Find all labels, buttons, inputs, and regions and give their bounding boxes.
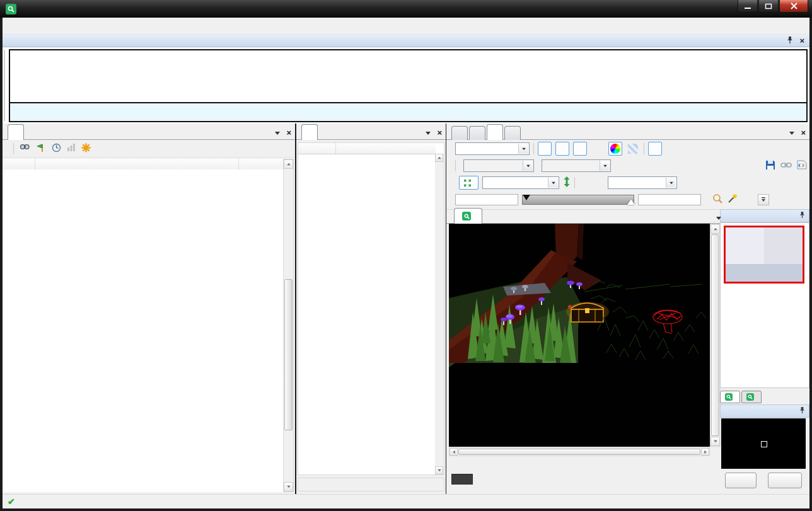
preview-tabstrip [446,209,728,224]
channels-select[interactable] [455,142,530,155]
range-max-input[interactable] [638,194,701,205]
texture-display[interactable] [449,224,710,447]
history-button[interactable] [725,473,757,488]
zoom-level-select[interactable] [482,176,559,189]
timeline-resource-usage [9,102,808,122]
picked-color-swatch [451,474,473,485]
event-browser-panel: × [3,123,295,494]
fit-arrows-icon [463,179,472,187]
close-button[interactable] [779,0,808,13]
green-channel-toggle[interactable] [555,142,569,156]
tab-event-browser[interactable] [8,124,24,140]
toolbar-overflow-button[interactable] [758,194,769,205]
api-calls-tabstrip: × [296,123,446,140]
pixel-context-view[interactable] [721,418,806,469]
tab-api-calls[interactable] [301,124,318,140]
column-name[interactable] [35,159,239,169]
find-icon[interactable] [20,143,30,154]
checkerboard-icon [628,144,638,154]
renderdoc-texture-icon [462,212,471,221]
tab-inputs[interactable] [741,391,762,403]
tab-mesh-output[interactable] [469,126,485,140]
alpha-channel-toggle[interactable] [591,142,605,156]
viewer-vertical-scrollbar[interactable] [710,224,721,447]
fit-button[interactable] [459,176,478,190]
checker-background-toggle[interactable] [626,142,640,156]
event-browser-tabstrip: × [3,123,295,140]
dock-menu-icon[interactable] [426,132,431,135]
bookmark-icon[interactable] [81,143,91,154]
slice-face-select[interactable] [542,159,611,172]
close-timeline-icon[interactable]: × [799,38,804,44]
renderdoc-icon [746,393,754,401]
texture-viewer-toolbar [446,140,809,210]
api-calls-scrollbar[interactable] [435,154,444,474]
column-api-call[interactable] [336,143,436,154]
column-eid[interactable] [3,159,35,169]
api-calls-panel: × [296,123,446,494]
tab-outputs[interactable] [720,391,740,403]
tab-pipeline-state[interactable] [451,126,468,140]
zoom-range-icon[interactable] [712,193,723,206]
outputs-header [720,209,809,222]
mip-select[interactable] [463,159,534,172]
link-texture-icon[interactable] [780,161,792,171]
minimize-button[interactable] [738,0,758,13]
texture-list-dropdown-icon[interactable] [716,217,721,220]
color-wheel-toggle[interactable] [608,142,622,156]
pixel-context-header [720,405,809,418]
tab-texture-viewer[interactable] [487,124,503,140]
rendered-scene [449,224,710,447]
callstack-section[interactable] [298,478,444,491]
title-bar [0,0,812,18]
blue-channel-toggle[interactable] [573,142,587,156]
tab-capture-executable[interactable] [504,126,521,140]
column-duration[interactable] [239,159,283,169]
event-browser-columns [3,159,283,170]
event-browser-rows [3,169,283,492]
renderdoc-icon [725,393,733,401]
close-panel-icon[interactable]: × [286,130,291,136]
viewer-horizontal-scrollbar[interactable] [449,447,710,456]
picked-pixel-marker [761,441,767,447]
tab-unbound-texture[interactable] [454,208,482,224]
fb0-thumbnail[interactable] [724,226,804,284]
dock-menu-icon[interactable] [789,132,794,135]
open-texture-list-icon[interactable] [797,160,807,171]
range-slider[interactable] [522,195,634,205]
red-channel-toggle[interactable] [538,142,552,156]
api-calls-columns [298,143,436,154]
time-draws-icon[interactable] [52,143,61,154]
timeline-track[interactable] [9,49,808,103]
goto-current-icon[interactable] [36,143,46,154]
pin-icon[interactable] [799,211,805,221]
menu-bar [3,18,809,35]
close-panel-icon[interactable]: × [437,130,442,136]
pin-icon[interactable] [787,36,793,45]
timeline-header: × [3,35,809,47]
range-black-handle[interactable] [523,195,530,200]
debug-button[interactable] [768,473,802,488]
check-icon: ✔ [8,497,15,507]
overlay-select[interactable] [608,176,677,189]
flip-y-icon[interactable] [563,176,571,189]
event-browser-scrollbar[interactable] [283,159,294,492]
gamma-toggle[interactable] [648,142,662,156]
autofit-range-icon[interactable] [727,193,738,206]
timeline-panel: × [3,35,809,123]
right-tabstrip: × [446,123,809,140]
stats-icon[interactable] [67,143,76,154]
range-white-handle[interactable] [627,199,635,205]
event-browser-toolbar [3,140,295,158]
pin-icon[interactable] [799,406,805,416]
range-min-input[interactable] [455,194,518,205]
column-eid[interactable] [298,143,336,154]
outputs-thumbnail-list [720,222,809,388]
timeline-body[interactable] [3,47,809,123]
close-panel-icon[interactable]: × [801,130,806,136]
dock-menu-icon[interactable] [275,132,280,135]
status-bar: ✔ [3,494,809,508]
save-texture-icon[interactable] [765,160,775,172]
maximize-button[interactable] [758,0,779,13]
outputs-inputs-tabs [720,388,809,403]
